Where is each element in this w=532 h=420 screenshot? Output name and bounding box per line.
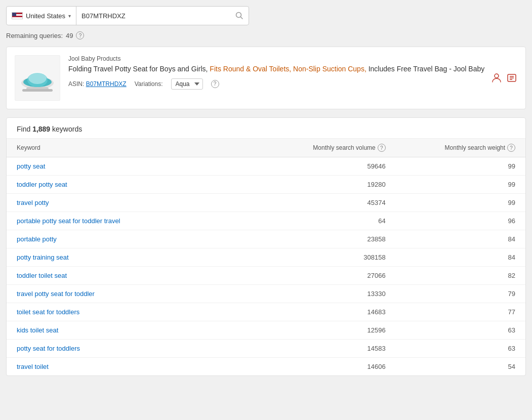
person-icon: [491, 72, 502, 83]
search-button[interactable]: [230, 12, 249, 20]
variations-label: Variations:: [135, 80, 163, 88]
volume-cell: 23858: [240, 230, 396, 248]
col-keyword-header: Keyword: [7, 139, 240, 157]
table-row: potty training seat 308158 84: [7, 248, 525, 267]
product-meta: ASIN: B07MTRHDXZ Variations: Aqua Pink G…: [68, 78, 517, 90]
search-vol-help-icon[interactable]: ?: [378, 144, 386, 152]
table-row: toddler toilet seat 27066 82: [7, 267, 525, 285]
person-action-button[interactable]: [491, 72, 502, 83]
remaining-label: Remaining queries:: [6, 32, 63, 39]
table-row: travel potty seat for toddler 13330 79: [7, 285, 525, 303]
keywords-label-text: keywords: [52, 125, 82, 133]
chevron-down-icon: ▾: [68, 13, 71, 19]
asin-input[interactable]: [76, 12, 230, 20]
keyword-cell: potty seat for toddlers: [7, 340, 240, 358]
weight-cell: 96: [396, 212, 525, 230]
volume-cell: 12596: [240, 321, 396, 340]
product-title: Folding Travel Potty Seat for Boys and G…: [68, 64, 517, 74]
keyword-cell: portable potty seat for toddler travel: [7, 212, 240, 230]
search-icon: [235, 12, 243, 20]
keyword-link[interactable]: toddler potty seat: [17, 181, 67, 188]
remaining-queries: Remaining queries: 49 ?: [6, 31, 526, 39]
volume-cell: 45374: [240, 194, 396, 212]
keyword-cell: kids toilet seat: [7, 321, 240, 340]
search-weight-help-icon[interactable]: ?: [507, 144, 515, 152]
weight-cell: 79: [396, 285, 525, 303]
weight-cell: 99: [396, 194, 525, 212]
list-icon: [506, 72, 517, 83]
table-row: portable potty 23858 84: [7, 230, 525, 248]
keyword-link[interactable]: kids toilet seat: [17, 326, 58, 334]
table-row: toilet seat for toddlers 14683 77: [7, 303, 525, 321]
volume-cell: 14583: [240, 340, 396, 358]
weight-cell: 99: [396, 176, 525, 194]
list-action-button[interactable]: [506, 72, 517, 83]
weight-cell: 99: [396, 157, 525, 176]
keywords-header: Find 1,889 keywords: [7, 118, 525, 139]
variations-select[interactable]: Aqua Pink Grey: [171, 78, 203, 90]
weight-cell: 77: [396, 303, 525, 321]
volume-cell: 308158: [240, 248, 396, 267]
keyword-link[interactable]: potty seat for toddlers: [17, 345, 80, 352]
table-header-row: Keyword Monthly search volume ? Monthly …: [7, 139, 525, 157]
keyword-link[interactable]: travel potty seat for toddler: [17, 290, 95, 298]
product-image: [15, 55, 60, 101]
weight-cell: 54: [396, 358, 525, 376]
table-row: portable potty seat for toddler travel 6…: [7, 212, 525, 230]
product-brand: Jool Baby Products: [68, 55, 517, 62]
keyword-cell: travel toilet: [7, 358, 240, 376]
product-actions: [491, 72, 517, 83]
country-selector[interactable]: United States ▾: [7, 7, 76, 25]
keywords-count: 1,889: [32, 125, 50, 133]
keyword-link[interactable]: potty training seat: [17, 254, 69, 261]
table-row: kids toilet seat 12596 63: [7, 321, 525, 340]
volume-cell: 59646: [240, 157, 396, 176]
volume-cell: 64: [240, 212, 396, 230]
variation-help-icon[interactable]: ?: [211, 80, 219, 88]
remaining-count: 49: [66, 32, 73, 39]
table-row: potty seat for toddlers 14583 63: [7, 340, 525, 358]
keyword-link[interactable]: potty seat: [17, 162, 45, 170]
weight-cell: 63: [396, 340, 525, 358]
asin-label: ASIN: B07MTRHDXZ: [68, 80, 127, 88]
product-card: Jool Baby Products Folding Travel Potty …: [6, 47, 526, 109]
table-row: potty seat 59646 99: [7, 157, 525, 176]
keywords-tbody: potty seat 59646 99 toddler potty seat 1…: [7, 157, 525, 376]
table-head: Keyword Monthly search volume ? Monthly …: [7, 139, 525, 157]
volume-cell: 14606: [240, 358, 396, 376]
volume-cell: 13330: [240, 285, 396, 303]
keyword-link[interactable]: portable potty seat for toddler travel: [17, 217, 120, 225]
keyword-link[interactable]: toilet seat for toddlers: [17, 308, 79, 316]
col-search-weight-header: Monthly search weight ?: [396, 139, 525, 157]
weight-cell: 84: [396, 248, 525, 267]
product-image-svg: [17, 58, 58, 98]
svg-line-1: [241, 17, 243, 19]
remaining-help-icon[interactable]: ?: [76, 31, 84, 39]
country-label: United States: [26, 12, 65, 20]
keyword-cell: toddler potty seat: [7, 176, 240, 194]
keyword-cell: portable potty: [7, 230, 240, 248]
keywords-section: Find 1,889 keywords Keyword Monthly sear…: [6, 117, 526, 376]
keyword-link[interactable]: toddler toilet seat: [17, 272, 67, 279]
keyword-cell: travel potty: [7, 194, 240, 212]
table-row: travel toilet 14606 54: [7, 358, 525, 376]
keyword-link[interactable]: portable potty: [17, 235, 57, 243]
table-row: travel potty 45374 99: [7, 194, 525, 212]
svg-point-5: [28, 72, 47, 84]
weight-cell: 63: [396, 321, 525, 340]
keyword-link[interactable]: travel potty: [17, 199, 49, 206]
table-row: toddler potty seat 19280 99: [7, 176, 525, 194]
asin-value[interactable]: B07MTRHDXZ: [86, 80, 127, 88]
weight-cell: 84: [396, 230, 525, 248]
title-link-1[interactable]: Fits Round & Oval Toilets, Non-Slip Suct…: [210, 65, 366, 73]
product-info: Jool Baby Products Folding Travel Potty …: [68, 55, 517, 90]
col-search-volume-header: Monthly search volume ?: [240, 139, 396, 157]
search-bar[interactable]: United States ▾: [6, 6, 249, 25]
flag-icon: [12, 12, 23, 19]
keyword-link[interactable]: travel toilet: [17, 363, 49, 370]
keyword-cell: toddler toilet seat: [7, 267, 240, 285]
weight-cell: 82: [396, 267, 525, 285]
volume-cell: 14683: [240, 303, 396, 321]
svg-point-8: [495, 74, 499, 78]
keyword-cell: toilet seat for toddlers: [7, 303, 240, 321]
